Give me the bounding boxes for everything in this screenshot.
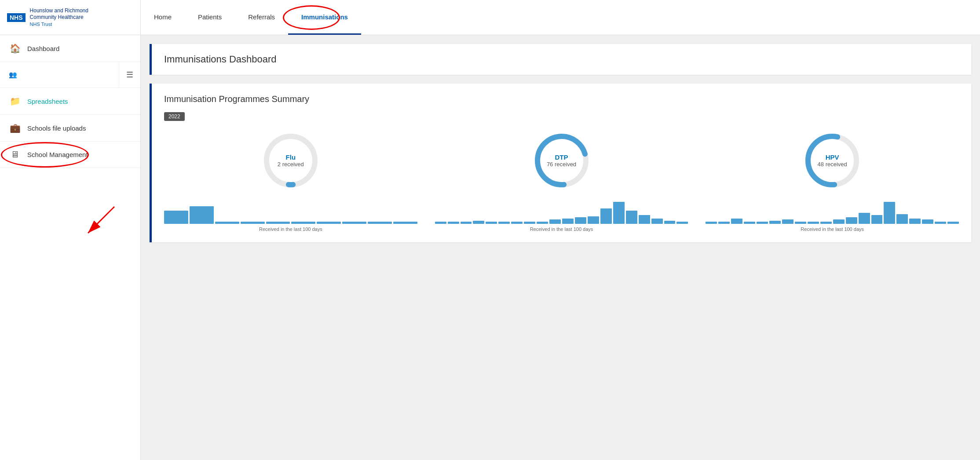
hpv-donut: HPV 48 received	[801, 130, 863, 191]
flu-bar-area: Received in the last 100 days	[164, 202, 417, 232]
flu-bar-8	[342, 222, 366, 224]
programmes-row: Flu 2 received	[164, 130, 959, 232]
flu-bar-4	[241, 222, 265, 224]
nav-referrals[interactable]: Referrals	[235, 0, 288, 35]
flu-name: Flu	[278, 153, 304, 161]
sidebar: 🏠 Dashboard 👥 ☰ 📁 Spreadsheets 💼 Schools…	[0, 35, 141, 460]
year-badge: 2022	[164, 112, 185, 121]
main-content: Immunisations Dashboard Immunisation Pro…	[141, 35, 980, 460]
sidebar-schools-file-uploads-label: Schools file uploads	[27, 124, 86, 132]
hpv-bars	[706, 202, 959, 224]
nav-patients[interactable]: Patients	[185, 0, 235, 35]
top-navigation: NHS Hounslow and Richmond Community Heal…	[0, 0, 980, 35]
home-icon: 🏠	[9, 43, 21, 54]
flu-count: 2 received	[278, 161, 304, 168]
sidebar-spreadsheets-label: Spreadsheets	[27, 98, 68, 105]
hpv-name: HPV	[818, 153, 847, 161]
nav-home[interactable]: Home	[141, 0, 185, 35]
nhs-logo: NHS	[7, 13, 26, 22]
dtp-donut: DTP 76 received	[531, 130, 592, 191]
sidebar-school-management-label: School Management	[27, 151, 88, 158]
monitor-icon: 🖥	[9, 150, 21, 160]
main-layout: 🏠 Dashboard 👥 ☰ 📁 Spreadsheets 💼 Schools…	[0, 35, 980, 460]
dtp-bar-label: Received in the last 100 days	[435, 226, 688, 232]
programme-dtp: DTP 76 received	[435, 130, 688, 232]
briefcase-icon: 💼	[9, 123, 21, 133]
hpv-bar-area: Received in the last 100 days	[706, 202, 959, 232]
hpv-count: 48 received	[818, 161, 847, 168]
dtp-count: 76 received	[547, 161, 576, 168]
flu-bar-10	[393, 222, 417, 224]
flu-bar-3	[215, 222, 239, 224]
nav-items: Home Patients Referrals Immunisations	[141, 0, 980, 35]
sidebar-item-people[interactable]: 👥	[0, 63, 119, 87]
logo-area: NHS Hounslow and Richmond Community Heal…	[0, 0, 141, 35]
summary-title: Immunisation Programmes Summary	[164, 94, 959, 104]
page-title: Immunisations Dashboard	[164, 54, 959, 65]
nav-immunisations[interactable]: Immunisations	[288, 0, 361, 35]
flu-donut: Flu 2 received	[260, 130, 322, 191]
flu-bars	[164, 202, 417, 224]
sidebar-item-schools-file-uploads[interactable]: 💼 Schools file uploads	[0, 115, 140, 142]
sidebar-hamburger[interactable]: ☰	[119, 62, 140, 88]
hpv-bar-label: Received in the last 100 days	[706, 226, 959, 232]
sidebar-dashboard-label: Dashboard	[27, 45, 59, 52]
flu-bar-5	[266, 222, 290, 224]
programme-hpv: HPV 48 received	[706, 130, 959, 232]
flu-bar-label: Received in the last 100 days	[164, 226, 417, 232]
programme-flu: Flu 2 received	[164, 130, 417, 232]
sidebar-item-dashboard[interactable]: 🏠 Dashboard	[0, 35, 140, 62]
org-name: Hounslow and Richmond Community Healthca…	[30, 7, 88, 27]
summary-section: Immunisation Programmes Summary 2022 Flu…	[150, 84, 971, 242]
folder-icon: 📁	[9, 96, 21, 106]
dtp-bars	[435, 202, 688, 224]
dtp-name: DTP	[547, 153, 576, 161]
flu-bar-9	[368, 222, 392, 224]
sidebar-item-school-management[interactable]: 🖥 School Management	[0, 142, 140, 168]
sidebar-item-people-row: 👥 ☰	[0, 62, 140, 88]
sidebar-item-spreadsheets[interactable]: 📁 Spreadsheets	[0, 88, 140, 115]
people-icon: 👥	[9, 71, 17, 79]
flu-bar-6	[291, 222, 315, 224]
flu-bar-7	[317, 222, 341, 224]
dtp-bar-area: Received in the last 100 days	[435, 202, 688, 232]
page-header-card: Immunisations Dashboard	[150, 44, 971, 75]
flu-bar-1	[164, 211, 188, 224]
flu-bar-2	[190, 206, 214, 224]
